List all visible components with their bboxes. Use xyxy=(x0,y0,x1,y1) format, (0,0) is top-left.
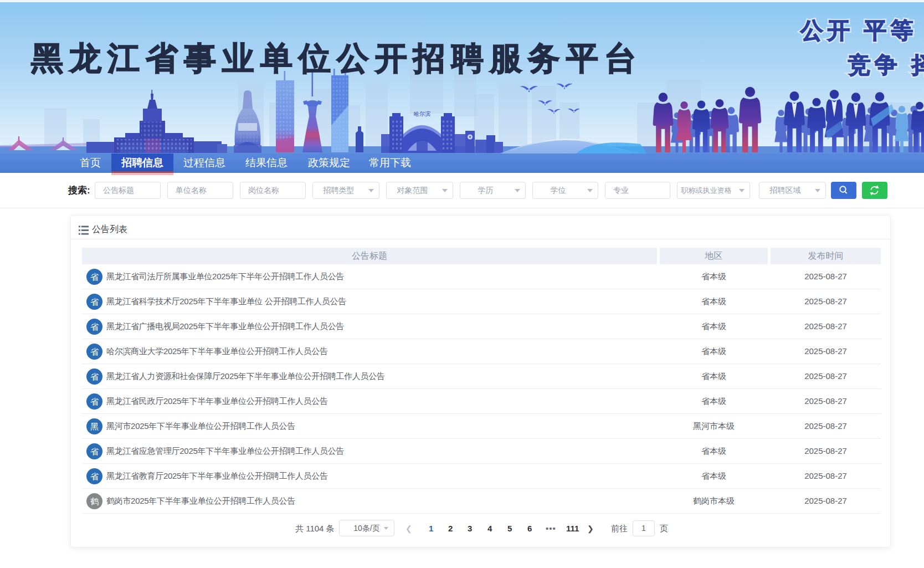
svg-text:哈尔滨: 哈尔滨 xyxy=(414,111,430,117)
svg-text:黑龙江省事业单位公开招聘服务平台: 黑龙江省事业单位公开招聘服务平台 xyxy=(31,40,643,76)
svg-text:竞争 择优: 竞争 择优 xyxy=(848,52,924,78)
svg-text:公开 平等: 公开 平等 xyxy=(800,18,917,43)
